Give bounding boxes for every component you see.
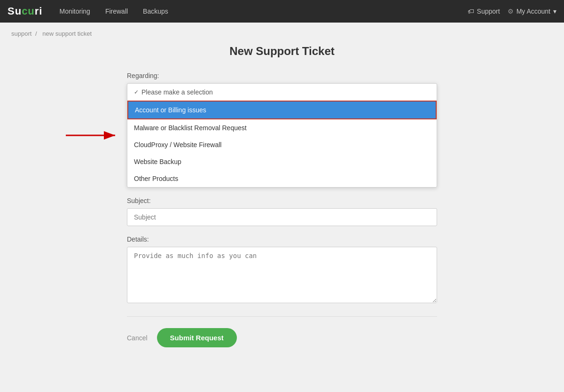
submit-button[interactable]: Submit Request	[157, 328, 237, 347]
dropdown-menu[interactable]: ✓ Please make a selection Account or Bil…	[127, 83, 437, 188]
chevron-down-icon: ▾	[553, 8, 556, 15]
details-textarea[interactable]	[127, 247, 437, 303]
logo-ri: ri	[35, 5, 43, 17]
regarding-label: Regarding:	[127, 72, 437, 79]
breadcrumb: support / new support ticket	[0, 23, 564, 45]
dropdown-option-other[interactable]: Other Products	[127, 170, 437, 187]
dropdown-option-cloudproxy[interactable]: CloudProxy / Website Firewall	[127, 136, 437, 153]
dropdown-option-malware[interactable]: Malware or Blacklist Removal Request	[127, 119, 437, 136]
logo-cu: cu	[22, 5, 35, 17]
support-link[interactable]: 🏷 Support	[468, 8, 500, 15]
nav-backups[interactable]: Backups	[137, 0, 174, 23]
navbar: Sucuri Monitoring Firewall Backups 🏷 Sup…	[0, 0, 564, 23]
my-account-button[interactable]: ⚙ My Account ▾	[508, 8, 556, 15]
dropdown-malware-text: Malware or Blacklist Removal Request	[134, 124, 247, 132]
breadcrumb-separator: /	[35, 30, 37, 37]
dropdown-option-backup[interactable]: Website Backup	[127, 153, 437, 170]
subject-group: Subject:	[127, 197, 437, 226]
support-label: Support	[477, 8, 500, 15]
details-group: Details:	[127, 235, 437, 305]
dropdown-option-placeholder[interactable]: ✓ Please make a selection	[127, 84, 437, 101]
nav-firewall[interactable]: Firewall	[100, 0, 133, 23]
gear-icon: ⚙	[508, 8, 514, 15]
logo-su: Su	[8, 5, 22, 17]
nav-monitoring[interactable]: Monitoring	[54, 0, 96, 23]
tag-icon: 🏷	[468, 8, 474, 15]
my-account-label: My Account	[517, 8, 550, 15]
logo: Sucuri	[8, 5, 43, 17]
dropdown-other-text: Other Products	[134, 175, 178, 182]
dropdown-cloudproxy-text: CloudProxy / Website Firewall	[134, 141, 221, 149]
breadcrumb-parent[interactable]: support	[11, 30, 31, 37]
main-content: New Support Ticket Regarding: ✓	[118, 45, 446, 366]
dropdown-wrapper: ✓ Please make a selection Account or Bil…	[127, 83, 437, 188]
navbar-links: Monitoring Firewall Backups	[54, 0, 468, 23]
subject-input[interactable]	[127, 208, 437, 226]
subject-label: Subject:	[127, 197, 437, 204]
checkmark-icon: ✓	[134, 89, 139, 95]
dropdown-backup-text: Website Backup	[134, 158, 181, 165]
details-label: Details:	[127, 235, 437, 243]
regarding-group: Regarding: ✓ Please make a selection	[127, 72, 437, 188]
dropdown-selected-text: Account or Billing issues	[135, 106, 206, 114]
form-actions: Cancel Submit Request	[127, 328, 437, 347]
cancel-button[interactable]: Cancel	[127, 334, 148, 342]
arrow-icon	[66, 126, 122, 145]
breadcrumb-current: new support ticket	[42, 30, 92, 37]
dropdown-placeholder-text: Please make a selection	[141, 88, 213, 96]
dropdown-option-account-billing[interactable]: Account or Billing issues	[127, 101, 437, 119]
form-divider	[127, 316, 437, 317]
navbar-right: 🏷 Support ⚙ My Account ▾	[468, 8, 556, 15]
arrow-annotation	[66, 126, 122, 145]
page-title: New Support Ticket	[127, 45, 437, 58]
